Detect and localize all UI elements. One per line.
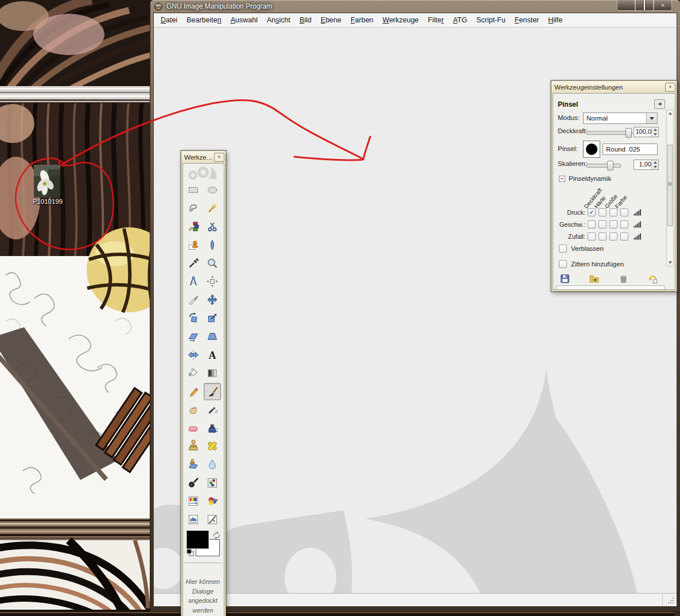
resize-grip-icon[interactable] — [667, 597, 675, 605]
tool-pencil[interactable] — [185, 383, 201, 400]
menu-item-hilfe[interactable]: Hilfe — [543, 14, 567, 26]
dropdown-arrow-icon[interactable] — [646, 113, 657, 123]
tool-perspective[interactable] — [204, 328, 220, 344]
menu-item-bild[interactable]: Bild — [295, 14, 316, 26]
tool-rect-select[interactable] — [185, 182, 201, 198]
scrollbar[interactable] — [666, 110, 674, 266]
window-close-button[interactable]: × — [654, 0, 672, 11]
tool-foreground-select[interactable] — [185, 237, 201, 253]
menu-item-werkzeuge[interactable]: Werkzeuge — [378, 14, 423, 26]
window-minimize-button[interactable] — [617, 0, 635, 11]
tool-color-balance[interactable] — [204, 475, 220, 491]
desktop-file-icon[interactable] — [33, 165, 61, 198]
menu-item-farben[interactable]: Farben — [346, 14, 378, 26]
desktop-file-label[interactable]: P1010199 — [16, 198, 79, 205]
opacity-spinbox[interactable]: 100,0 — [634, 127, 659, 137]
delete-button[interactable] — [617, 272, 631, 285]
fade-option[interactable]: Verblassen — [559, 245, 604, 253]
checkbox[interactable] — [609, 220, 617, 228]
reset-button[interactable] — [646, 272, 660, 285]
toolbox-title-bar[interactable]: Werkze... × — [181, 151, 226, 162]
spin-arrows-icon[interactable] — [651, 127, 658, 137]
tool-select-by-color[interactable] — [185, 219, 201, 235]
tool-curves[interactable] — [204, 512, 220, 528]
tool-colorize[interactable] — [204, 493, 220, 509]
checkbox[interactable] — [599, 208, 607, 216]
tool-flip[interactable] — [185, 347, 201, 363]
tool-shear[interactable] — [185, 328, 201, 344]
tool-fuzzy-select[interactable] — [204, 200, 220, 216]
tool-paintbrush[interactable] — [204, 383, 221, 400]
checkbox[interactable] — [620, 233, 628, 241]
checkbox[interactable] — [599, 233, 607, 241]
checkbox[interactable] — [599, 220, 607, 228]
menu-item-ansicht[interactable]: Ansicht — [262, 14, 295, 26]
checkbox[interactable] — [609, 208, 617, 216]
tool-airbrush[interactable] — [204, 402, 220, 418]
tool-levels[interactable] — [185, 512, 201, 528]
jitter-option[interactable]: Zittern hinzufügen — [559, 260, 624, 268]
menu-item-auswahl[interactable]: Auswahl — [226, 14, 262, 26]
tool-paths[interactable] — [204, 237, 220, 253]
opacity-slider-thumb[interactable] — [625, 128, 632, 138]
restore-button[interactable] — [587, 272, 601, 285]
tool-heal[interactable] — [204, 438, 220, 454]
title-bar[interactable]: GNU Image Manipulation Program — [150, 0, 680, 13]
tool-color-picker[interactable] — [185, 255, 201, 272]
menu-item-fenster[interactable]: Fenster — [510, 14, 543, 26]
tool-crop[interactable] — [185, 292, 201, 308]
menu-item-datei[interactable]: Datei — [156, 14, 182, 26]
checkbox[interactable] — [588, 220, 596, 228]
menu-item-filter[interactable]: Filter — [423, 14, 449, 26]
scroll-up-icon[interactable] — [669, 112, 672, 115]
menu-item-ebene[interactable]: Ebene — [316, 14, 346, 26]
tool-zoom[interactable] — [204, 255, 220, 272]
checkbox[interactable] — [559, 245, 567, 253]
checkbox[interactable] — [609, 233, 617, 241]
brush-preview-button[interactable] — [583, 141, 600, 158]
tool-hue-saturation[interactable] — [185, 493, 201, 509]
menu-item-atg[interactable]: ATG — [448, 14, 472, 26]
save-button[interactable] — [558, 272, 572, 285]
tool-measure[interactable] — [185, 273, 201, 289]
checkbox[interactable] — [620, 220, 628, 228]
tool-free-select[interactable] — [185, 200, 201, 216]
tool-text[interactable]: A — [204, 347, 220, 363]
tool-dodge-burn[interactable] — [185, 475, 201, 491]
tool-smudge[interactable] — [185, 402, 201, 418]
mode-dropdown[interactable]: Normal — [583, 113, 658, 124]
checkbox[interactable] — [588, 233, 596, 241]
tool-perspective-clone[interactable] — [185, 456, 201, 472]
window-maximize-button[interactable] — [635, 0, 654, 11]
close-icon[interactable]: × — [665, 83, 675, 92]
scrollbar-thumb[interactable] — [667, 145, 673, 226]
tool-scale[interactable] — [204, 310, 220, 326]
tool-options-title-bar[interactable]: Werkzeugeinstellungen × — [551, 81, 677, 92]
tool-scissors[interactable] — [204, 219, 220, 235]
close-icon[interactable]: × — [214, 153, 224, 162]
tool-move[interactable] — [204, 292, 220, 308]
scale-slider-thumb[interactable] — [607, 161, 613, 171]
tool-blur-sharpen[interactable] — [204, 456, 220, 472]
tool-align[interactable] — [204, 273, 220, 289]
tool-ellipse-select[interactable] — [204, 182, 220, 198]
checkbox[interactable] — [620, 208, 628, 216]
default-colors-icon[interactable] — [186, 549, 195, 557]
menu-item-script-fu[interactable]: Script-Fu — [472, 14, 510, 26]
checkbox[interactable]: ✓ — [588, 208, 596, 216]
tool-eraser[interactable] — [185, 420, 201, 436]
tool-ink[interactable] — [204, 420, 220, 436]
tool-rotate[interactable] — [185, 310, 201, 326]
tool-gradient[interactable] — [204, 365, 220, 381]
menu-item-bearbeiten[interactable]: Bearbeiten — [182, 14, 226, 26]
spin-arrows-icon[interactable] — [651, 160, 658, 169]
collapse-arrow-icon[interactable]: ◀ — [654, 99, 665, 109]
scale-spinbox[interactable]: 1,00 — [634, 160, 659, 170]
tool-bucket-fill[interactable] — [185, 365, 201, 381]
tool-clone[interactable] — [185, 438, 201, 454]
brush-name-field[interactable]: Round 025 — [603, 144, 658, 155]
checkbox[interactable] — [559, 260, 567, 268]
scale-slider[interactable] — [586, 164, 621, 168]
scroll-down-icon[interactable] — [669, 261, 672, 264]
swap-colors-icon[interactable] — [212, 531, 221, 539]
